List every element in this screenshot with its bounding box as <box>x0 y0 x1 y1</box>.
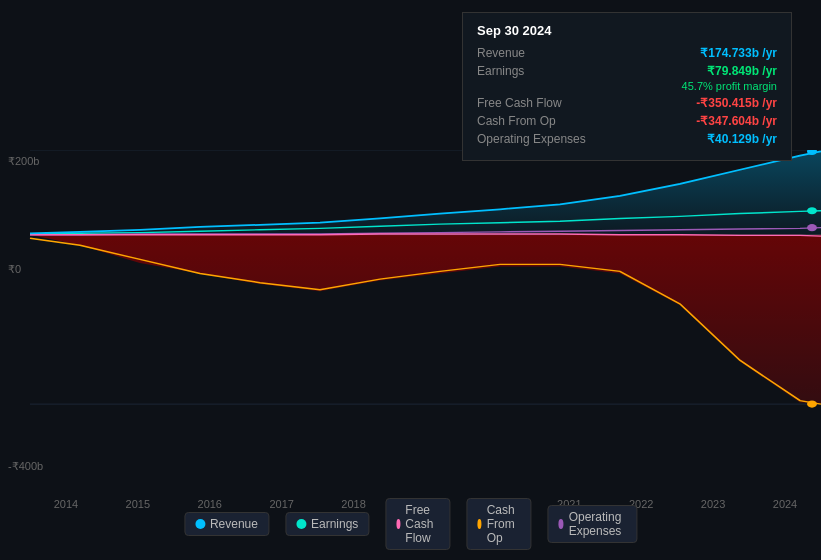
chart-svg <box>0 150 821 510</box>
tooltip-value-earnings: ₹79.849b /yr <box>707 64 777 78</box>
legend-dot-cashop <box>477 519 481 529</box>
x-label-2014: 2014 <box>54 498 78 510</box>
tooltip-value-fcf: -₹350.415b /yr <box>696 96 777 110</box>
legend-dot-opex <box>558 519 563 529</box>
tooltip-label-revenue: Revenue <box>477 46 525 60</box>
legend-cashop[interactable]: Cash From Op <box>466 498 531 550</box>
legend-opex[interactable]: Operating Expenses <box>547 505 637 543</box>
opex-dot <box>807 224 817 231</box>
tooltip-value-cashop: -₹347.604b /yr <box>696 114 777 128</box>
legend-earnings[interactable]: Earnings <box>285 512 369 536</box>
legend: Revenue Earnings Free Cash Flow Cash Fro… <box>184 498 637 550</box>
tooltip-label-cashop: Cash From Op <box>477 114 556 128</box>
cashop-dot <box>807 401 817 408</box>
x-label-2024: 2024 <box>773 498 797 510</box>
tooltip-label-earnings: Earnings <box>477 64 524 78</box>
legend-label-revenue: Revenue <box>210 517 258 531</box>
x-label-2015: 2015 <box>126 498 150 510</box>
x-label-2023: 2023 <box>701 498 725 510</box>
negative-area <box>30 235 821 404</box>
legend-revenue[interactable]: Revenue <box>184 512 269 536</box>
tooltip-label-opex: Operating Expenses <box>477 132 586 146</box>
tooltip-value-revenue: ₹174.733b /yr <box>700 46 777 60</box>
legend-fcf[interactable]: Free Cash Flow <box>385 498 450 550</box>
tooltip-row-revenue: Revenue ₹174.733b /yr <box>477 46 777 60</box>
legend-label-earnings: Earnings <box>311 517 358 531</box>
tooltip-label-fcf: Free Cash Flow <box>477 96 562 110</box>
legend-dot-fcf <box>396 519 400 529</box>
tooltip-date: Sep 30 2024 <box>477 23 777 38</box>
legend-label-fcf: Free Cash Flow <box>405 503 439 545</box>
tooltip-value-opex: ₹40.129b /yr <box>707 132 777 146</box>
legend-dot-earnings <box>296 519 306 529</box>
revenue-fill <box>30 151 821 234</box>
tooltip-row-fcf: Free Cash Flow -₹350.415b /yr <box>477 96 777 110</box>
earnings-dot <box>807 207 817 214</box>
tooltip-margin: 45.7% profit margin <box>477 80 777 92</box>
tooltip-row-earnings: Earnings ₹79.849b /yr <box>477 64 777 78</box>
tooltip-card: Sep 30 2024 Revenue ₹174.733b /yr Earnin… <box>462 12 792 161</box>
legend-label-cashop: Cash From Op <box>487 503 521 545</box>
tooltip-row-cashop: Cash From Op -₹347.604b /yr <box>477 114 777 128</box>
tooltip-row-opex: Operating Expenses ₹40.129b /yr <box>477 132 777 146</box>
legend-label-opex: Operating Expenses <box>569 510 626 538</box>
legend-dot-revenue <box>195 519 205 529</box>
